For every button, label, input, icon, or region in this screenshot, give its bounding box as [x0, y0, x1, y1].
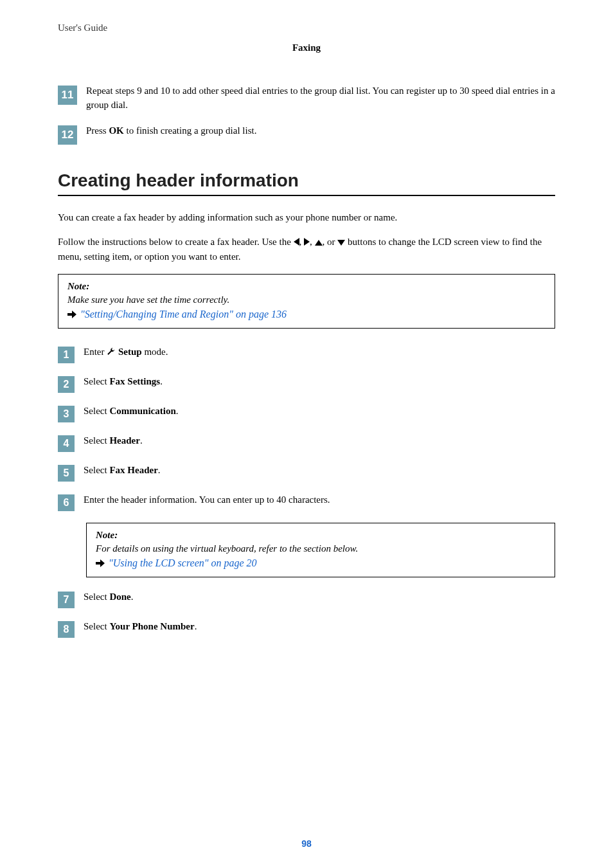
step-5: 5 Select Fax Header.: [58, 464, 555, 482]
section-label: Faxing: [58, 42, 555, 53]
step-1-bold: Setup: [118, 347, 142, 357]
step-3: 3 Select Communication.: [58, 404, 555, 422]
step-chip-1: 1: [58, 347, 75, 363]
intro2-prefix: Follow the instructions below to create …: [58, 237, 294, 247]
note2-title: Note:: [96, 530, 546, 541]
joiner-or: , or: [323, 237, 338, 247]
step-chip-11: 11: [58, 86, 77, 105]
step-chip-3: 3: [58, 406, 75, 422]
joiner: ,: [299, 237, 305, 247]
note-xref-link[interactable]: "Setting/Changing Time and Region" on pa…: [80, 309, 287, 320]
step-chip-4: 4: [58, 435, 75, 452]
note2-xref-line: "Using the LCD screen" on page 20: [96, 557, 546, 569]
step-12-text-suffix: to finish creating a group dial list.: [124, 125, 257, 136]
intro-paragraph-1: You can create a fax header by adding in…: [58, 210, 555, 225]
step-4-suffix: .: [140, 435, 143, 446]
note-body: Make sure you have set the time correctl…: [67, 293, 546, 307]
step-6-text: Enter the header information. You can en…: [84, 493, 555, 507]
note-title: Note:: [67, 281, 546, 292]
step-1-prefix: Enter: [84, 347, 107, 357]
note-box-keyboard: Note: For details on using the virtual k…: [86, 523, 555, 577]
step-11-text: Repeat steps 9 and 10 to add other speed…: [86, 84, 555, 113]
step-1: 1 Enter Setup mode.: [58, 345, 555, 363]
xref-arrow-icon: [67, 311, 76, 318]
down-arrow-icon: [337, 240, 345, 246]
intro-paragraph-2: Follow the instructions below to create …: [58, 235, 555, 264]
step-4-text: Select Header.: [84, 434, 555, 448]
step-2-suffix: .: [160, 376, 163, 386]
step-chip-5: 5: [58, 465, 75, 482]
note2-body: For details on using the virtual keyboar…: [96, 542, 546, 556]
step-4-bold: Header: [109, 435, 139, 446]
step-11: 11 Repeat steps 9 and 10 to add other sp…: [58, 84, 555, 113]
step-chip-2: 2: [58, 376, 75, 393]
step-5-prefix: Select: [84, 465, 109, 475]
step-5-suffix: .: [158, 465, 161, 475]
step-2-prefix: Select: [84, 376, 109, 386]
step-8: 8 Select Your Phone Number.: [58, 620, 555, 638]
step-7-text: Select Done.: [84, 590, 555, 604]
note-xref-line: "Setting/Changing Time and Region" on pa…: [67, 309, 546, 320]
up-arrow-icon: [315, 240, 323, 246]
step-12: 12 Press OK to finish creating a group d…: [58, 124, 555, 145]
step-3-prefix: Select: [84, 406, 109, 416]
heading-creating-header-info: Creating header information: [58, 170, 555, 191]
left-arrow-icon: [294, 238, 299, 246]
step-12-bold: OK: [109, 125, 123, 136]
step-3-text: Select Communication.: [84, 404, 555, 419]
step-1-text: Enter Setup mode.: [84, 345, 555, 359]
step-8-suffix: .: [195, 621, 197, 631]
step-6-body: Enter the header information. You can en…: [84, 494, 330, 505]
step-chip-12: 12: [58, 125, 77, 145]
right-arrow-icon: [304, 238, 310, 246]
step-2: 2 Select Fax Settings.: [58, 375, 555, 393]
running-head: User's Guide: [58, 23, 555, 33]
step-12-text-prefix: Press: [86, 125, 109, 136]
step-chip-7: 7: [58, 592, 75, 608]
step-5-text: Select Fax Header.: [84, 464, 555, 478]
step-4: 4 Select Header.: [58, 434, 555, 452]
step-5-bold: Fax Header: [109, 465, 157, 475]
xref-arrow-icon: [96, 559, 105, 567]
step-8-text: Select Your Phone Number.: [84, 620, 555, 634]
heading-rule: [58, 195, 555, 196]
step-8-prefix: Select: [84, 621, 109, 631]
step-2-text: Select Fax Settings.: [84, 375, 555, 389]
note-box-time: Note: Make sure you have set the time co…: [58, 274, 555, 329]
step-1-suffix: mode.: [142, 347, 168, 357]
step-6: 6 Enter the header information. You can …: [58, 493, 555, 511]
note2-xref-link[interactable]: "Using the LCD screen" on page 20: [109, 557, 257, 569]
step-chip-8: 8: [58, 621, 75, 638]
step-3-bold: Communication: [109, 406, 175, 416]
step-7: 7 Select Done.: [58, 590, 555, 608]
setup-wrench-icon: [107, 347, 116, 356]
step-4-prefix: Select: [84, 435, 109, 446]
step-8-bold: Your Phone Number: [109, 621, 194, 631]
step-chip-6: 6: [58, 494, 75, 511]
step-12-text: Press OK to finish creating a group dial…: [86, 124, 555, 138]
step-11-text-part: Repeat steps 9 and 10 to add other speed…: [86, 86, 555, 110]
joiner: ,: [310, 237, 315, 247]
step-3-suffix: .: [176, 406, 179, 416]
step-2-bold: Fax Settings: [109, 376, 160, 386]
step-7-suffix: .: [131, 592, 134, 602]
step-7-prefix: Select: [84, 592, 109, 602]
page-number: 98: [0, 838, 613, 849]
step-7-bold: Done: [109, 592, 130, 602]
